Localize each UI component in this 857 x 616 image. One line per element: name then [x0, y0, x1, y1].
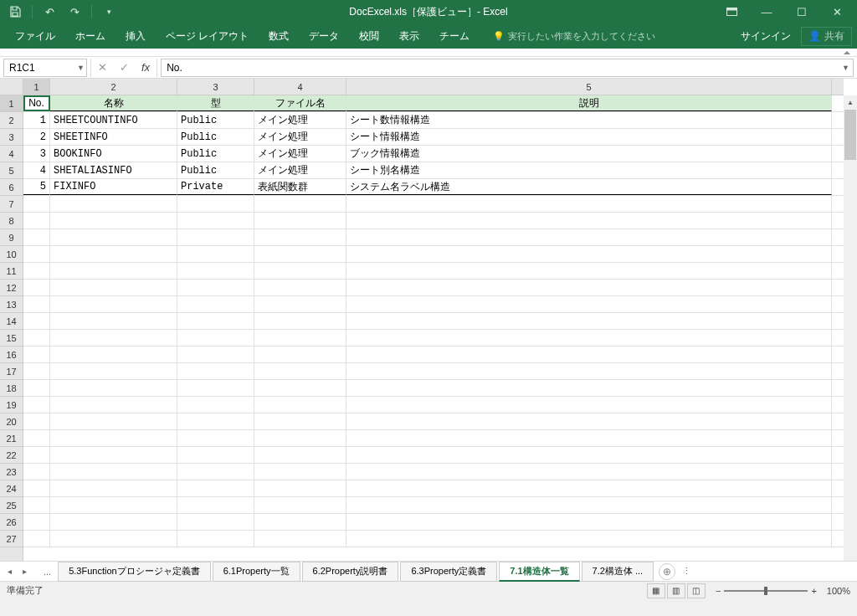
cell[interactable] [177, 229, 254, 245]
cell[interactable] [346, 464, 832, 480]
zoom-in-button[interactable]: + [811, 586, 816, 596]
save-button[interactable] [3, 2, 27, 22]
cell[interactable] [254, 263, 346, 279]
col-header[interactable]: 3 [177, 79, 254, 95]
cell[interactable] [50, 330, 177, 346]
cell[interactable] [254, 296, 346, 312]
enter-formula-button[interactable]: ✓ [113, 61, 135, 74]
row-header[interactable]: 24 [0, 480, 23, 497]
cell[interactable] [177, 213, 254, 228]
cell[interactable]: シート数情報構造 [346, 112, 832, 128]
cell[interactable] [23, 447, 50, 463]
row-header[interactable]: 26 [0, 514, 23, 531]
ribbon-tab-表示[interactable]: 表示 [389, 24, 429, 49]
cell[interactable]: SHEETCOUNTINFO [50, 112, 177, 128]
cell[interactable] [254, 480, 346, 496]
cell[interactable] [23, 196, 50, 212]
cell[interactable]: ブック情報構造 [346, 146, 832, 162]
row-header[interactable]: 3 [0, 129, 23, 146]
ribbon-tab-挿入[interactable]: 挿入 [115, 24, 156, 49]
normal-view-button[interactable]: ▦ [647, 583, 665, 598]
row-header[interactable]: 14 [0, 313, 23, 330]
cell[interactable]: 5 [23, 179, 50, 195]
sheet-tab[interactable]: 7.1構造体一覧 [499, 562, 579, 582]
cell[interactable]: Private [177, 179, 254, 195]
cell[interactable] [23, 380, 50, 396]
cell[interactable] [23, 330, 50, 346]
cell[interactable] [177, 430, 254, 446]
ribbon-tab-校閲[interactable]: 校閲 [349, 24, 389, 49]
row-header[interactable]: 5 [0, 162, 23, 179]
ribbon-collapse-bar[interactable] [0, 49, 857, 57]
chevron-down-icon[interactable]: ▼ [77, 64, 85, 72]
row-header[interactable]: 27 [0, 531, 23, 547]
cell[interactable] [23, 280, 50, 295]
row-header[interactable]: 7 [0, 196, 23, 213]
tab-overflow-left[interactable]: ... [44, 567, 51, 577]
cell[interactable] [50, 313, 177, 329]
sheet-tab[interactable]: 6.1Property一覧 [213, 562, 300, 582]
cell[interactable] [177, 196, 254, 212]
cell[interactable] [254, 246, 346, 262]
cell[interactable] [346, 330, 832, 346]
cell[interactable] [50, 263, 177, 279]
cell[interactable] [346, 263, 832, 279]
cell[interactable] [346, 480, 832, 496]
close-button[interactable]: ✕ [820, 2, 854, 22]
add-sheet-button[interactable]: ⊕ [659, 563, 675, 580]
row-header[interactable]: 13 [0, 296, 23, 313]
cell[interactable] [254, 213, 346, 228]
cell[interactable] [177, 464, 254, 480]
cell[interactable]: Public [177, 112, 254, 128]
name-box[interactable]: R1C1 ▼ [3, 59, 87, 77]
cell[interactable] [254, 313, 346, 329]
grid[interactable]: No.名称型ファイル名説明1SHEETCOUNTINFOPublicメイン処理シ… [23, 95, 844, 561]
share-button[interactable]: 👤 共有 [801, 27, 852, 46]
cell[interactable]: SHEETINFO [50, 129, 177, 145]
cell[interactable]: Public [177, 129, 254, 145]
cell[interactable] [177, 413, 254, 429]
cell[interactable] [254, 229, 346, 245]
select-all-corner[interactable] [0, 79, 23, 95]
cell[interactable] [254, 464, 346, 480]
cell[interactable] [23, 464, 50, 480]
cell[interactable] [254, 413, 346, 429]
cell[interactable]: 説明 [346, 95, 832, 111]
cell[interactable] [50, 196, 177, 212]
cell[interactable] [177, 363, 254, 379]
cell[interactable] [50, 229, 177, 245]
cell[interactable] [254, 447, 346, 463]
cell[interactable] [346, 213, 832, 228]
row-header[interactable]: 21 [0, 430, 23, 447]
ribbon-tab-ホーム[interactable]: ホーム [65, 24, 115, 49]
cell[interactable] [50, 380, 177, 396]
cell[interactable] [23, 397, 50, 413]
row-header[interactable]: 19 [0, 397, 23, 413]
tell-me-search[interactable]: 💡 実行したい作業を入力してください [493, 30, 655, 43]
cell[interactable]: 1 [23, 112, 50, 128]
redo-button[interactable]: ↷ [63, 2, 86, 22]
tab-nav-next[interactable]: ▸ [18, 567, 30, 576]
col-header[interactable]: 1 [23, 79, 50, 95]
row-header[interactable]: 23 [0, 464, 23, 480]
cell[interactable] [346, 346, 832, 362]
cell[interactable] [177, 514, 254, 530]
cell[interactable] [346, 196, 832, 212]
cell[interactable] [254, 531, 346, 547]
ribbon-tab-ファイル[interactable]: ファイル [5, 24, 65, 49]
qat-customize-button[interactable]: ▾ [97, 2, 121, 22]
scroll-up-icon[interactable]: ▲ [844, 95, 857, 109]
cell[interactable] [50, 447, 177, 463]
cell[interactable] [177, 280, 254, 295]
cell[interactable]: No. [23, 95, 50, 111]
cell[interactable]: シート別名構造 [346, 162, 832, 178]
cell[interactable] [50, 464, 177, 480]
row-header[interactable]: 12 [0, 280, 23, 296]
ribbon-tab-ページ レイアウト[interactable]: ページ レイアウト [156, 24, 259, 49]
scrollbar-thumb[interactable] [844, 110, 856, 160]
cell[interactable] [254, 363, 346, 379]
cell[interactable] [23, 313, 50, 329]
cell[interactable]: メイン処理 [254, 112, 346, 128]
cell[interactable] [23, 480, 50, 496]
cell[interactable] [346, 397, 832, 413]
